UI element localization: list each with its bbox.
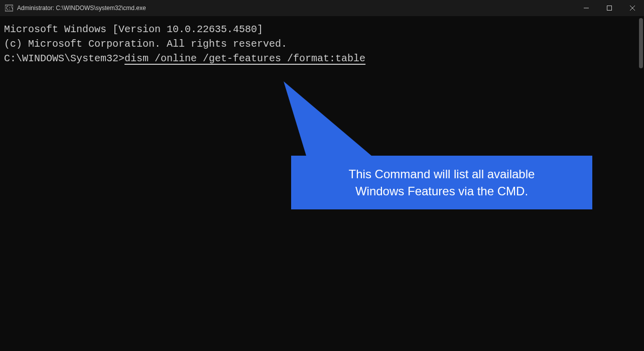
version-line: Microsoft Windows [Version 10.0.22635.45… (4, 22, 640, 37)
window-controls (575, 0, 644, 16)
callout-box: This Command will list all available Win… (291, 156, 592, 209)
copyright-line: (c) Microsoft Corporation. All rights re… (4, 37, 640, 51)
minimize-button[interactable] (575, 0, 598, 16)
close-button[interactable] (621, 0, 644, 16)
titlebar[interactable]: C:\ Administrator: C:\WINDOWS\system32\c… (0, 0, 644, 16)
prompt-text: C:\WINDOWS\System32> (4, 51, 124, 66)
scrollbar-thumb[interactable] (639, 18, 643, 68)
maximize-button[interactable] (598, 0, 621, 16)
callout-text-line2: Windows Features via the CMD. (306, 183, 577, 200)
callout-arrow-icon (186, 75, 437, 176)
svg-text:C:\: C:\ (6, 6, 13, 11)
prompt-line: C:\WINDOWS\System32>dism /online /get-fe… (4, 51, 640, 66)
command-text: dism /online /get-features /format:table (124, 51, 365, 66)
window-title: Administrator: C:\WINDOWS\system32\cmd.e… (17, 5, 146, 12)
cmd-icon: C:\ (5, 4, 13, 12)
callout-text-line1: This Command will list all available (306, 166, 577, 183)
svg-rect-3 (607, 6, 612, 11)
terminal-output[interactable]: Microsoft Windows [Version 10.0.22635.45… (0, 16, 644, 72)
svg-marker-6 (284, 81, 371, 156)
